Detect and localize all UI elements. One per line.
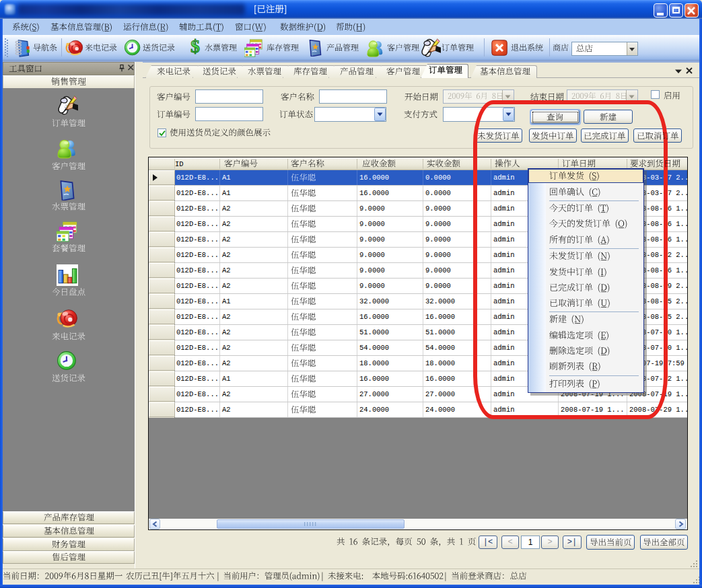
svg-text:$: $	[190, 38, 200, 57]
